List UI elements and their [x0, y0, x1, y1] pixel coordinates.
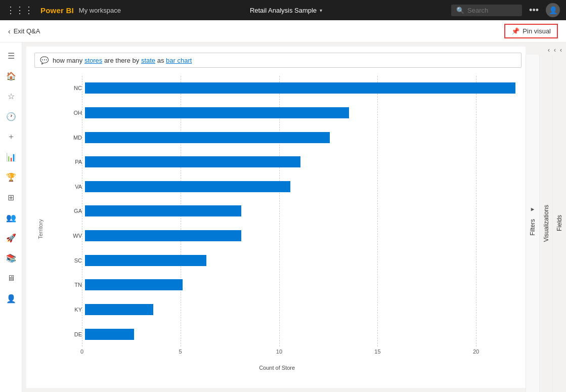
bar-track-DE — [85, 329, 515, 340]
bar-label-NC: NC — [70, 85, 82, 91]
fields-panel-tab[interactable]: Fields — [552, 55, 566, 392]
bar-fill-KY[interactable] — [85, 304, 153, 315]
bar-row: GA — [70, 204, 515, 218]
workspace-label[interactable]: My workspace — [79, 7, 121, 14]
avatar[interactable]: 👤 — [546, 3, 560, 17]
report-title: Retail Analysis Sample ▾ — [250, 7, 322, 14]
bars-area: NCOHMDPAVAGAWVSCTNKYDE — [70, 76, 515, 346]
bar-track-TN — [85, 279, 515, 290]
sidebar-workspaces-icon[interactable]: 🖥 — [2, 269, 20, 287]
bar-row: VA — [70, 180, 515, 194]
bar-row: DE — [70, 327, 515, 341]
query-text: how many stores are there by state as ba… — [53, 57, 192, 64]
bar-fill-WV[interactable] — [85, 230, 241, 241]
sidebar-goals-icon[interactable]: 🏆 — [2, 168, 20, 186]
bar-track-KY — [85, 304, 515, 315]
search-input[interactable] — [467, 7, 517, 14]
pin-icon: 📌 — [511, 27, 519, 35]
filters-panel-tab[interactable]: ◄ Filters — [526, 55, 539, 392]
query-box[interactable]: 💬 how many stores are there by state as … — [34, 53, 521, 68]
x-axis-label: Count of Store — [259, 365, 295, 371]
panel-collapse-arrow-3[interactable]: ‹ — [559, 46, 563, 55]
chevron-down-icon[interactable]: ▾ — [320, 8, 322, 13]
sidebar-recent-icon[interactable]: 🕐 — [2, 107, 20, 125]
bar-label-VA: VA — [70, 184, 82, 190]
x-tick-20: 20 — [473, 349, 479, 355]
bar-label-TN: TN — [70, 282, 82, 288]
bar-label-PA: PA — [70, 159, 82, 165]
sidebar-account-icon[interactable]: 👤 — [2, 289, 20, 308]
exit-qa-button[interactable]: ‹ Exit Q&A — [8, 27, 40, 35]
bar-label-MD: MD — [70, 135, 82, 141]
x-tick-0: 0 — [80, 349, 83, 355]
bar-fill-VA[interactable] — [85, 181, 290, 192]
bar-track-PA — [85, 156, 515, 167]
x-tick-10: 10 — [276, 349, 282, 355]
sidebar-create-icon[interactable]: ＋ — [2, 127, 20, 146]
bar-track-GA — [85, 205, 515, 216]
sidebar-learn-icon[interactable]: 📚 — [2, 249, 20, 267]
query-highlight-stores: stores — [84, 57, 102, 64]
left-sidebar: ☰ 🏠 ☆ 🕐 ＋ 📊 🏆 ⊞ 👥 🚀 📚 🖥 👤 — [0, 42, 22, 392]
main-content: ☰ 🏠 ☆ 🕐 ＋ 📊 🏆 ⊞ 👥 🚀 📚 🖥 👤 💬 how many sto… — [0, 42, 566, 392]
bar-fill-OH[interactable] — [85, 107, 349, 118]
bar-fill-TN[interactable] — [85, 279, 183, 290]
bar-fill-SC[interactable] — [85, 255, 206, 266]
bar-fill-MD[interactable] — [85, 132, 330, 143]
x-tick-5: 5 — [179, 349, 182, 355]
sidebar-browse-icon[interactable]: 📊 — [2, 148, 20, 166]
query-highlight-barchart: bar chart — [166, 57, 192, 64]
sidebar-deploy-icon[interactable]: 🚀 — [2, 229, 20, 247]
more-options-icon[interactable]: ••• — [527, 5, 541, 16]
panel-collapse-arrow-2[interactable]: ‹ — [553, 46, 557, 55]
bar-row: NC — [70, 81, 515, 95]
bar-label-GA: GA — [70, 208, 82, 214]
visualizations-label: Visualizations — [543, 201, 550, 246]
sidebar-favorites-icon[interactable]: ☆ — [2, 87, 20, 105]
chart-area: 💬 how many stores are there by state as … — [26, 47, 526, 388]
panel-tabs: ◄ Filters Visualizations Fields — [526, 55, 566, 392]
bar-fill-NC[interactable] — [85, 82, 515, 94]
brand-label: Power BI — [40, 6, 74, 15]
bar-track-SC — [85, 255, 515, 266]
x-tick-15: 15 — [374, 349, 380, 355]
bar-row: TN — [70, 278, 515, 292]
sidebar-apps-icon[interactable]: ⊞ — [2, 188, 20, 206]
bar-label-KY: KY — [70, 307, 82, 313]
query-highlight-state: state — [141, 57, 155, 64]
top-navigation: ⋮⋮⋮ Power BI My workspace Retail Analysi… — [0, 0, 566, 20]
sidebar-collapse-icon[interactable]: ☰ — [2, 47, 20, 65]
visualizations-panel-tab[interactable]: Visualizations — [539, 55, 553, 392]
bar-row: KY — [70, 302, 515, 317]
search-icon: 🔍 — [456, 7, 464, 14]
panel-arrows: ‹ ‹ ‹ — [526, 42, 566, 55]
bar-fill-GA[interactable] — [85, 205, 241, 216]
filters-label: Filters — [529, 215, 536, 240]
x-axis: 0 5 10 15 20 Count of Store — [82, 347, 515, 362]
bar-track-OH — [85, 107, 515, 118]
bar-track-MD — [85, 132, 515, 143]
pin-visual-label: Pin visual — [523, 27, 551, 35]
bar-fill-DE[interactable] — [85, 329, 134, 340]
search-bar[interactable]: 🔍 — [451, 5, 522, 16]
bar-label-SC: SC — [70, 257, 82, 264]
bar-row: WV — [70, 229, 515, 243]
secondary-navigation: ‹ Exit Q&A 📌 Pin visual — [0, 20, 566, 42]
exit-qa-label: Exit Q&A — [14, 27, 40, 35]
y-axis-label: Territory — [37, 219, 43, 239]
pin-visual-button[interactable]: 📌 Pin visual — [504, 24, 558, 38]
bar-fill-PA[interactable] — [85, 156, 300, 167]
bar-track-VA — [85, 181, 515, 192]
right-panels: ‹ ‹ ‹ ◄ Filters Visualizations Fields — [526, 42, 566, 392]
filters-expand-icon[interactable]: ◄ — [530, 207, 536, 213]
bar-label-OH: OH — [70, 110, 82, 116]
bar-row: MD — [70, 130, 515, 145]
panel-collapse-arrow-1[interactable]: ‹ — [547, 46, 551, 55]
bar-row: OH — [70, 106, 515, 120]
bar-track-NC — [85, 82, 515, 94]
bar-chart: Territory NCOHMDPAVAGAWVSCTNKYDE 0 5 10 … — [34, 76, 526, 382]
bar-label-DE: DE — [70, 331, 82, 337]
sidebar-people-icon[interactable]: 👥 — [2, 208, 20, 227]
sidebar-home-icon[interactable]: 🏠 — [2, 67, 20, 85]
grid-icon[interactable]: ⋮⋮⋮ — [6, 5, 33, 16]
